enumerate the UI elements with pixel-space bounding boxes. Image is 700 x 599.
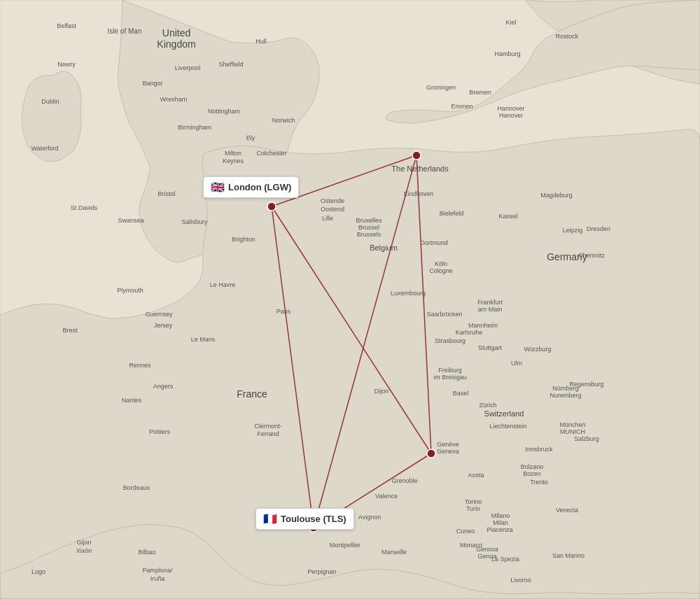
label-bordeaux: Bordeaux [123, 484, 150, 491]
label-waterford: Waterford [31, 145, 58, 152]
label-magdeburg: Magdeburg [540, 192, 573, 199]
label-ostende: Ostende [321, 197, 344, 204]
label-cologne2: Cologne [429, 267, 453, 274]
label-frankfurt: Frankfurt [477, 299, 503, 306]
label-im-breisgau: im Breisgau [433, 374, 467, 381]
label-ferrand: Ferrand [257, 430, 279, 437]
label-norwich: Norwich [272, 117, 295, 124]
label-bielefeld: Bielefeld [440, 210, 464, 217]
label-cuneo: Cuneo [456, 528, 475, 535]
label-le-mans: Le Mans [191, 336, 216, 343]
label-leipzig: Leipzig [563, 227, 583, 234]
label-iruna: Iruña [150, 575, 165, 582]
label-nantes: Nantes [122, 397, 142, 404]
label-geneva: Genève [437, 441, 459, 448]
label-munich: München [559, 421, 585, 428]
label-dortmund: Dortmund [420, 239, 448, 246]
label-san-marino: San Marino [552, 552, 584, 559]
label-jersey: Jersey [154, 322, 173, 329]
label-netherlands: The Netherlands [391, 164, 449, 173]
label-newry: Newry [57, 61, 76, 68]
label-valence: Valence [375, 493, 398, 500]
map-svg: Isle of Man United Kingdom Belfast Newry… [0, 0, 700, 599]
label-karlsruhe: Karlsruhe [456, 329, 483, 336]
label-brighton: Brighton [232, 236, 255, 243]
label-hamburg: Hamburg [494, 50, 520, 57]
label-brest: Brest [62, 327, 78, 334]
label-birmingham: Birmingham [178, 124, 211, 131]
label-ely: Ely [246, 134, 255, 141]
label-france: France [237, 388, 267, 400]
label-torino: Torino [465, 498, 482, 505]
label-montpellier: Montpellier [330, 542, 360, 549]
label-nottingham: Nottingham [208, 108, 240, 115]
label-rennes: Rennes [129, 362, 151, 369]
label-kingdom: Kingdom [157, 38, 195, 50]
label-poitiers: Poitiers [149, 428, 171, 435]
label-basel: Basel [453, 390, 469, 397]
label-bristol: Bristol [158, 190, 175, 197]
label-eindhoven: Eindhoven [404, 190, 434, 197]
label-saarbrucken: Saarbrücken [426, 311, 462, 318]
label-monaco: Monaco [460, 542, 482, 549]
label-luxembourg: Luxembourg [391, 290, 426, 297]
label-am-main: am Main [478, 306, 503, 313]
label-milan: Milano [491, 512, 510, 519]
label-munich2: MUNICH [560, 428, 585, 435]
label-sheffield: Sheffield [219, 61, 244, 68]
label-grenoble: Grenoble [391, 477, 417, 484]
label-ulm: Ulm [511, 360, 522, 367]
label-paris: Paris [276, 308, 291, 315]
map-container: Isle of Man United Kingdom Belfast Newry… [0, 0, 700, 599]
label-plymouth: Plymouth [117, 287, 144, 294]
label-pamplona: Pamplona/ [142, 567, 173, 574]
label-piacenza: Piacenza [486, 526, 512, 533]
label-mannheim: Mannheim [468, 322, 498, 329]
label-brussel: Brussel [358, 224, 379, 231]
label-belfast: Belfast [57, 22, 76, 29]
london-dot [267, 202, 276, 211]
label-regensburg: Regensburg [569, 381, 603, 388]
label-nuremberg2: Nuremberg [550, 392, 581, 399]
label-colchester: Colchester [256, 150, 286, 157]
label-wrexham: Wrexham [160, 96, 187, 103]
label-cologne: Köln [435, 260, 447, 267]
label-innsbruck: Innsbruck [525, 446, 553, 453]
label-brussels: Brussels [357, 231, 382, 238]
label-bilbao: Bilbao [138, 549, 155, 556]
label-gijon: Gijon [76, 539, 91, 546]
label-emmen: Emmen [451, 103, 472, 110]
label-clermont: Clermont- [254, 423, 282, 430]
label-hull: Hull [255, 38, 267, 45]
label-le-havre: Le Havre [210, 281, 236, 288]
label-bozen: Bozen [523, 470, 541, 477]
label-zurich: Zürich [479, 402, 496, 409]
label-angers: Angers [153, 383, 174, 390]
label-united-kingdom: United [162, 27, 190, 38]
amsterdam-dot [412, 151, 421, 160]
lyon-dot [427, 449, 435, 458]
label-avignon: Avignon [358, 514, 381, 521]
label-wurzburg: Würzburg [524, 346, 551, 353]
label-dijon: Dijon [374, 388, 389, 395]
label-switzerland: Switzerland [484, 409, 524, 418]
label-bruxelles: Bruxelles [356, 217, 382, 224]
label-rostock: Rostock [556, 33, 579, 40]
label-groningen: Groningen [426, 84, 456, 91]
label-salisbury: Salisbury [181, 218, 208, 225]
label-salzburg: Salzburg [574, 435, 599, 442]
label-livorno: Livorno [510, 577, 531, 584]
label-marseille: Marseille [382, 549, 407, 556]
label-milton-keynes: Milton [225, 150, 241, 157]
label-bolzano: Bolzano [521, 463, 544, 470]
label-kiel: Kiel [505, 19, 516, 26]
label-oostend: Oostend [321, 206, 344, 213]
label-hannover: Hannover [497, 105, 524, 112]
label-belgium: Belgium [370, 244, 398, 252]
label-lille: Lille [322, 215, 333, 222]
label-venezia: Venezia [556, 507, 578, 514]
toulouse-dot [309, 523, 318, 532]
label-stuttgart: Stuttgart [478, 344, 503, 351]
label-milan2: Milan [493, 519, 508, 526]
label-swansea: Swansea [118, 217, 144, 224]
